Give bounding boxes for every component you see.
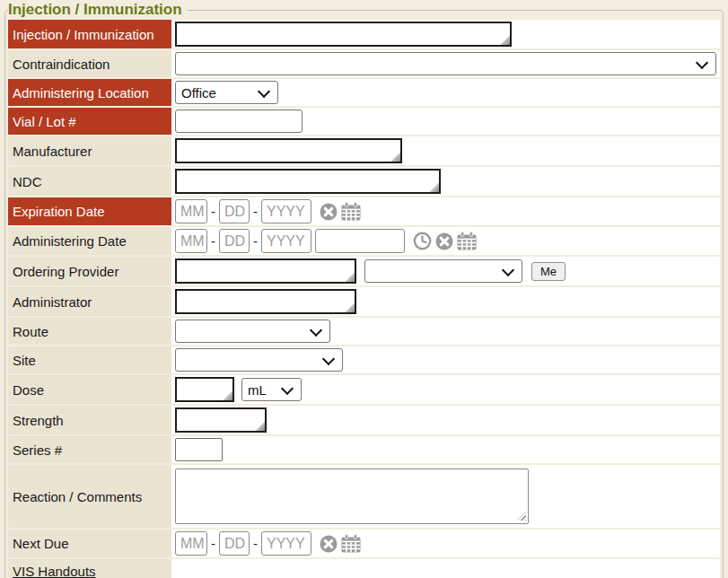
next-due-calendar-icon[interactable] xyxy=(341,534,361,553)
series-value-cell xyxy=(171,436,720,463)
route-select[interactable] xyxy=(175,320,330,343)
expiration-clear-icon[interactable] xyxy=(320,203,338,221)
administering-location-select-wrap: Office xyxy=(175,81,278,104)
date-separator: - xyxy=(253,233,258,249)
dose-label: Dose xyxy=(8,375,171,404)
ndc-value-cell xyxy=(171,167,720,196)
next-due-clear-icon[interactable] xyxy=(320,535,338,553)
date-separator: - xyxy=(253,204,258,219)
row-next-due: Next Due -- xyxy=(8,530,720,559)
administering-date-label: Administering Date xyxy=(8,227,171,255)
row-administrator: Administrator xyxy=(8,287,720,318)
next-due-label: Next Due xyxy=(8,530,171,557)
ordering-provider-value-cell: Me xyxy=(171,257,720,285)
next-due-value-cell: -- xyxy=(171,530,720,557)
row-administering-location: Administering Location Office xyxy=(8,79,720,108)
expiration-calendar-icon[interactable] xyxy=(341,202,361,221)
next-due-month-input[interactable] xyxy=(175,531,207,556)
dose-input[interactable] xyxy=(175,377,234,402)
row-vis-handouts: VIS Handouts xyxy=(8,559,720,578)
expiration-year-input[interactable] xyxy=(261,199,311,223)
administering-calendar-icon[interactable] xyxy=(457,232,477,250)
form-title: Injection / Immunization xyxy=(8,1,188,19)
ordering-provider-select-wrap xyxy=(364,259,522,283)
reaction-textarea-wrap xyxy=(175,469,529,524)
vial-lot-input[interactable] xyxy=(175,109,303,133)
administrator-value-cell xyxy=(171,287,720,316)
ndc-input[interactable] xyxy=(175,169,441,194)
injection-input[interactable] xyxy=(175,22,512,47)
row-route: Route xyxy=(8,318,720,346)
series-label: Series # xyxy=(8,436,171,463)
administering-time-input[interactable] xyxy=(315,229,405,253)
vis-handouts-cell: VIS Handouts xyxy=(8,559,171,578)
administrator-input-wrap xyxy=(175,289,356,314)
row-injection: Injection / Immunization xyxy=(8,20,720,50)
injection-input-wrap xyxy=(175,22,512,47)
site-select-wrap xyxy=(175,348,343,372)
manufacturer-input-wrap xyxy=(175,138,402,163)
ordering-provider-select[interactable] xyxy=(364,259,522,283)
route-select-wrap xyxy=(175,320,330,343)
row-expiration-date: Expiration Date -- xyxy=(8,197,720,227)
manufacturer-input[interactable] xyxy=(175,138,402,163)
next-due-year-input[interactable] xyxy=(261,531,311,556)
administering-date-value-cell: -- xyxy=(171,227,720,255)
row-administering-date: Administering Date -- xyxy=(8,227,720,257)
ordering-provider-input-wrap xyxy=(175,258,356,284)
route-value-cell xyxy=(171,318,720,345)
expiration-date-label: Expiration Date xyxy=(8,197,171,225)
expiration-month-input[interactable] xyxy=(175,199,207,223)
administering-clock-icon[interactable] xyxy=(413,232,432,250)
vis-handouts-value-cell xyxy=(171,559,720,578)
administering-year-input[interactable] xyxy=(261,229,311,253)
reaction-comments-textarea[interactable] xyxy=(175,469,529,524)
site-value-cell xyxy=(171,346,720,373)
date-separator: - xyxy=(211,536,215,551)
row-reaction-comments: Reaction / Comments xyxy=(8,465,720,530)
administering-location-value-cell: Office xyxy=(171,79,720,106)
strength-label: Strength xyxy=(8,406,171,434)
expiration-date-value-cell: -- xyxy=(171,197,720,225)
injection-immunization-form: Injection / Immunization Injection / Imm… xyxy=(4,1,724,578)
date-separator: - xyxy=(211,204,215,219)
row-manufacturer: Manufacturer xyxy=(8,136,720,167)
strength-input-wrap xyxy=(175,407,267,433)
me-button[interactable]: Me xyxy=(531,262,566,281)
row-strength: Strength xyxy=(8,406,720,436)
next-due-day-input[interactable] xyxy=(219,531,250,556)
ndc-input-wrap xyxy=(175,169,441,194)
expiration-day-input[interactable] xyxy=(219,199,250,223)
administering-day-input[interactable] xyxy=(219,229,250,253)
manufacturer-label: Manufacturer xyxy=(8,136,171,165)
ordering-provider-label: Ordering Provider xyxy=(8,257,171,285)
row-contraindication: Contraindication xyxy=(8,50,720,79)
strength-input[interactable] xyxy=(175,407,267,433)
administrator-label: Administrator xyxy=(8,287,171,316)
row-vial-lot: Vial / Lot # xyxy=(8,108,720,136)
route-label: Route xyxy=(8,318,171,345)
injection-label: Injection / Immunization xyxy=(8,20,171,48)
dose-unit-select[interactable]: mL xyxy=(241,378,302,401)
administering-month-input[interactable] xyxy=(175,229,207,253)
dose-value-cell: mL xyxy=(171,375,720,404)
row-series: Series # xyxy=(8,436,720,465)
ndc-label: NDC xyxy=(8,167,171,196)
vis-handouts-link[interactable]: VIS Handouts xyxy=(13,564,96,578)
row-dose: Dose mL xyxy=(8,375,720,406)
manufacturer-value-cell xyxy=(171,136,720,165)
site-select[interactable] xyxy=(175,348,343,372)
contraindication-select[interactable] xyxy=(175,52,716,75)
dose-input-wrap xyxy=(175,377,234,402)
contraindication-label: Contraindication xyxy=(8,50,171,77)
administering-location-select[interactable]: Office xyxy=(175,81,278,104)
contraindication-value-cell xyxy=(171,50,720,77)
reaction-comments-label: Reaction / Comments xyxy=(8,465,171,528)
vial-lot-label: Vial / Lot # xyxy=(8,108,171,135)
ordering-provider-input[interactable] xyxy=(175,258,356,284)
administrator-input[interactable] xyxy=(175,289,356,314)
series-input[interactable] xyxy=(175,438,223,461)
administering-clear-icon[interactable] xyxy=(435,232,453,250)
row-site: Site xyxy=(8,346,720,375)
date-separator: - xyxy=(211,233,215,249)
